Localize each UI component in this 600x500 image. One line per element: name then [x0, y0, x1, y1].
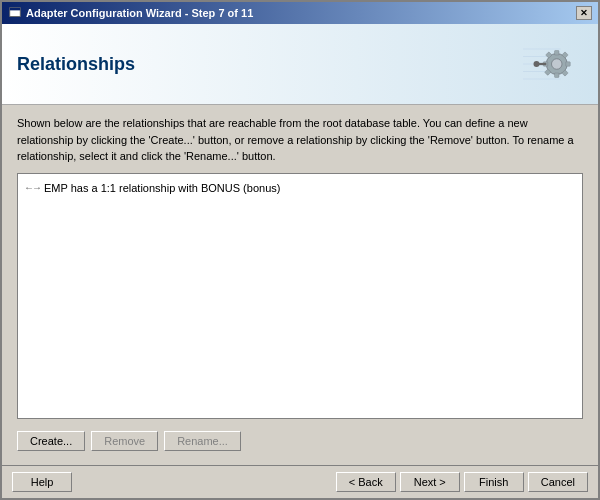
svg-rect-9 — [555, 51, 560, 56]
bottom-bar: Help < Back Next > Finish Cancel — [2, 465, 598, 498]
title-bar-left: Adapter Configuration Wizard - Step 7 of… — [8, 6, 253, 20]
remove-button[interactable]: Remove — [91, 431, 158, 451]
description-text: Shown below are the relationships that a… — [17, 115, 583, 165]
page-title: Relationships — [17, 54, 135, 75]
svg-point-8 — [552, 59, 563, 70]
svg-rect-10 — [555, 73, 560, 78]
content-area: Shown below are the relationships that a… — [2, 105, 598, 465]
relationship-icon: ←→ — [24, 182, 40, 193]
help-button[interactable]: Help — [12, 472, 72, 492]
relationships-list[interactable]: ←→ EMP has a 1:1 relationship with BONUS… — [17, 173, 583, 420]
header-panel: Relationships — [2, 24, 598, 105]
svg-rect-1 — [10, 8, 21, 11]
title-bar-text: Adapter Configuration Wizard - Step 7 of… — [26, 7, 253, 19]
header-icon-area — [523, 34, 583, 94]
action-buttons: Create... Remove Rename... — [17, 427, 583, 455]
header-text: Relationships — [17, 54, 135, 75]
wizard-window: Adapter Configuration Wizard - Step 7 of… — [0, 0, 600, 500]
back-button[interactable]: < Back — [336, 472, 396, 492]
cancel-button[interactable]: Cancel — [528, 472, 588, 492]
title-bar: Adapter Configuration Wizard - Step 7 of… — [2, 2, 598, 24]
title-bar-controls: ✕ — [576, 6, 592, 20]
svg-point-18 — [534, 61, 540, 67]
finish-button[interactable]: Finish — [464, 472, 524, 492]
next-button[interactable]: Next > — [400, 472, 460, 492]
navigation-buttons: < Back Next > Finish Cancel — [336, 472, 588, 492]
gear-icon — [523, 34, 583, 94]
rename-button[interactable]: Rename... — [164, 431, 241, 451]
svg-rect-11 — [566, 62, 571, 67]
create-button[interactable]: Create... — [17, 431, 85, 451]
window-icon — [8, 6, 22, 20]
list-item[interactable]: ←→ EMP has a 1:1 relationship with BONUS… — [24, 180, 576, 196]
relationship-text: EMP has a 1:1 relationship with BONUS (b… — [44, 182, 280, 194]
close-button[interactable]: ✕ — [576, 6, 592, 20]
